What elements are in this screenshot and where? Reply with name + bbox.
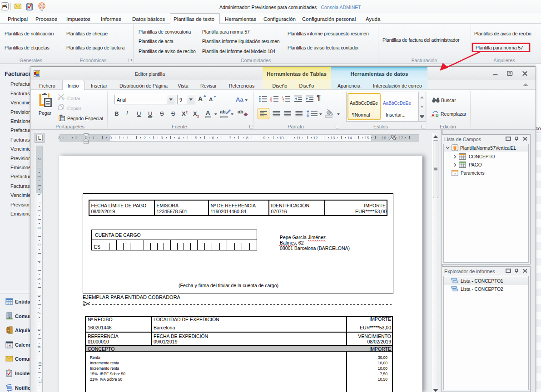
svg-text:3: 3 bbox=[270, 100, 272, 102]
svg-text:i: i bbox=[283, 100, 284, 102]
svg-text:A: A bbox=[432, 113, 435, 117]
svg-text:B: B bbox=[436, 113, 439, 117]
svg-text:?: ? bbox=[454, 172, 456, 176]
